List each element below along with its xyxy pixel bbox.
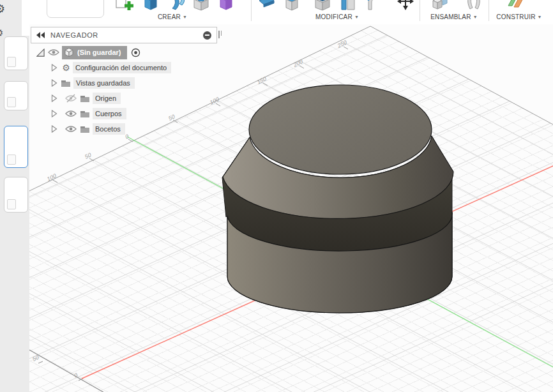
menu-ensamblar[interactable]: ENSAMBLAR▼ bbox=[430, 13, 478, 20]
new-component-icon[interactable] bbox=[430, 0, 451, 11]
card-thumbnail bbox=[7, 57, 16, 67]
tree-row-saved-views[interactable]: Vistas guardadas bbox=[31, 75, 171, 91]
expanded-arrow-icon[interactable] bbox=[36, 49, 45, 57]
strip-white-corner bbox=[22, 0, 29, 36]
collapse-panel-icon[interactable] bbox=[36, 32, 45, 38]
navigator-title: NAVEGADOR bbox=[50, 31, 98, 39]
eye-visible-icon[interactable] bbox=[48, 49, 59, 56]
eye-hidden-icon[interactable] bbox=[65, 94, 77, 103]
grid-boundary-bottom-left bbox=[29, 350, 137, 392]
tree-item-label[interactable]: Origen bbox=[93, 93, 121, 104]
card-thumbnail bbox=[7, 199, 16, 209]
folder-icon bbox=[80, 125, 90, 133]
press-pull-icon[interactable] bbox=[282, 0, 303, 11]
dropdown-caret-icon: ▼ bbox=[473, 15, 478, 19]
tree-row-root[interactable]: (Sin guardar) bbox=[31, 45, 171, 60]
collapsed-arrow-icon[interactable] bbox=[51, 94, 57, 102]
dropdown-caret-icon: ▼ bbox=[354, 15, 359, 19]
toolbar-separator bbox=[489, 0, 489, 21]
fillet-icon[interactable] bbox=[365, 0, 386, 11]
menu-crear[interactable]: CREAR▼ bbox=[158, 13, 187, 20]
panel-drag-grip[interactable] bbox=[218, 31, 222, 38]
card-thumbnail bbox=[7, 97, 16, 107]
panel-card[interactable] bbox=[4, 36, 28, 70]
dropdown-caret-icon: ▼ bbox=[538, 15, 542, 19]
collapsed-arrow-icon[interactable] bbox=[51, 110, 57, 117]
eye-visible-icon[interactable] bbox=[65, 125, 77, 133]
fusion-window: { "toolbar": { "groups": [ {"label": "CR… bbox=[0, 0, 553, 392]
tree-row-doc-settings[interactable]: ⚙ Configuración del documento bbox=[31, 60, 171, 75]
collapsed-arrow-icon[interactable] bbox=[51, 125, 57, 133]
hole-icon[interactable] bbox=[190, 0, 212, 11]
navigator-tree: (Sin guardar) ⚙ Configuración del docume… bbox=[31, 45, 171, 137]
adjacent-panel-strip: ⚙ ⚙ bbox=[0, 0, 30, 392]
panel-card[interactable] bbox=[4, 177, 28, 213]
folder-icon bbox=[80, 94, 90, 103]
folder-icon bbox=[61, 79, 71, 87]
eye-visible-icon[interactable] bbox=[65, 110, 77, 117]
tree-row-bodies[interactable]: Cuerpos bbox=[31, 106, 171, 121]
activate-component-radio[interactable] bbox=[131, 48, 140, 57]
revolve-icon[interactable] bbox=[167, 0, 188, 11]
remove-panel-icon[interactable] bbox=[203, 31, 211, 40]
shell-icon[interactable] bbox=[312, 0, 333, 11]
workspace-button[interactable] bbox=[47, 0, 104, 18]
draft-icon[interactable] bbox=[337, 0, 359, 11]
move-icon[interactable] bbox=[395, 0, 416, 11]
tree-row-origin[interactable]: Origen bbox=[31, 91, 171, 106]
joint-icon[interactable] bbox=[463, 0, 485, 11]
navigator-header: NAVEGADOR bbox=[31, 27, 217, 43]
collapsed-arrow-icon[interactable] bbox=[51, 64, 57, 72]
construct-plane-icon[interactable] bbox=[505, 0, 527, 11]
tree-item-label[interactable]: Vistas guardadas bbox=[73, 77, 135, 89]
gear-icon: ⚙ bbox=[0, 2, 5, 16]
tree-item-label[interactable]: Bocetos bbox=[93, 123, 125, 135]
extrude-icon[interactable] bbox=[140, 0, 162, 11]
tree-row-sketches[interactable]: Bocetos bbox=[31, 121, 171, 137]
component-cube-icon bbox=[64, 47, 74, 57]
panel-card-selected[interactable] bbox=[4, 126, 28, 168]
tree-item-label[interactable]: Configuración del documento bbox=[73, 62, 171, 73]
document-root-item[interactable]: (Sin guardar) bbox=[62, 46, 127, 59]
gear-icon: ⚙ bbox=[0, 27, 3, 39]
menu-modificar[interactable]: MODIFICAR▼ bbox=[315, 13, 359, 20]
menu-construir[interactable]: CONSTRUIR▼ bbox=[496, 13, 542, 20]
toolbar-separator bbox=[420, 0, 420, 21]
ribbon-toolbar: CREAR▼ MODIFICAR▼ ENSAMBLAR▼ CONSTRUIR▼ bbox=[29, 0, 553, 25]
create-sketch-icon[interactable] bbox=[113, 0, 135, 11]
collapsed-arrow-icon[interactable] bbox=[51, 79, 57, 87]
folder-icon bbox=[80, 110, 90, 118]
model-body[interactable] bbox=[222, 85, 453, 313]
primitive-box-icon[interactable] bbox=[216, 0, 238, 11]
panel-card[interactable] bbox=[4, 81, 28, 110]
tree-item-label[interactable]: Cuerpos bbox=[93, 108, 126, 119]
toolbar-separator bbox=[251, 0, 252, 21]
card-thumbnail bbox=[7, 155, 16, 165]
model-top-face bbox=[249, 85, 432, 174]
dropdown-caret-icon: ▼ bbox=[183, 15, 187, 19]
press-pull-face-icon[interactable] bbox=[255, 0, 277, 11]
gear-icon: ⚙ bbox=[61, 63, 72, 72]
